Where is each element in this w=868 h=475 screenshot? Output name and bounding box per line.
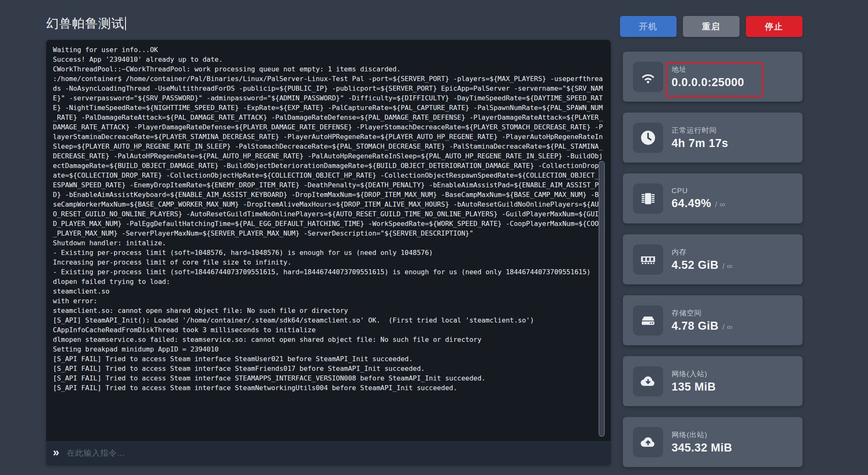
stat-limit: / ∞ [715,200,725,209]
stat-label: 存储空间 [672,308,732,318]
stats-sidebar: 地址 0.0.0.0:25000 正常运行时间 4h 7m 17s CPU [623,52,803,467]
chip-icon [633,184,663,214]
clock-icon [633,123,663,153]
stat-card-address: 地址 0.0.0.0:25000 [623,52,803,102]
stat-value: 135 MiB [672,381,716,394]
stat-limit: / ∞ [722,262,732,271]
cloud-upload-icon [633,427,663,457]
stat-limit: / ∞ [722,323,732,332]
server-panel-page: 幻兽帕鲁测试 开机 重启 停止 Waiting for user info...… [0,0,868,475]
stat-card-uptime: 正常运行时间 4h 7m 17s [623,113,803,163]
stat-value: 4.78 GiB [672,320,719,333]
stat-card-network-out: 网络(出站) 345.32 MiB [623,417,803,467]
console-panel: Waiting for user info...OK Success! App … [46,40,611,465]
console-log-text: Waiting for user info...OK Success! App … [46,40,611,398]
text-cursor [125,17,126,30]
ram-icon [633,244,663,275]
power-actions: 开机 重启 停止 [620,16,803,37]
stat-label: 内存 [672,247,732,257]
command-bar: » [46,441,611,465]
cloud-download-icon [633,366,663,396]
stat-card-cpu: CPU 64.49% / ∞ [623,173,803,223]
stat-value: 4.52 GiB [672,259,719,272]
stat-value: 4h 7m 17s [672,137,728,150]
stop-button[interactable]: 停止 [746,16,803,37]
stat-label: 网络(出站) [672,430,732,440]
disk-icon [633,305,663,336]
restart-button[interactable]: 重启 [683,16,740,37]
stat-card-memory: 内存 4.52 GiB / ∞ [623,234,803,284]
server-name-input[interactable]: 幻兽帕鲁测试 [46,15,126,32]
stat-card-network-in: 网络(入站) 135 MiB [623,356,803,406]
stat-value: 345.32 MiB [672,441,732,454]
stat-value: 64.49% [672,197,711,210]
console-scrollbar-thumb[interactable] [599,161,605,437]
stat-card-storage: 存储空间 4.78 GiB / ∞ [623,295,803,345]
start-button[interactable]: 开机 [620,16,677,37]
wifi-icon [633,62,663,92]
stat-label: CPU [672,187,725,195]
prompt-chevrons-icon: » [53,447,59,458]
stat-label: 地址 [672,65,744,74]
stat-label: 网络(入站) [672,369,716,379]
stat-label: 正常运行时间 [672,126,728,135]
stat-value: 0.0.0.0:25000 [672,76,744,89]
command-input[interactable] [66,448,604,458]
server-name-text: 幻兽帕鲁测试 [46,16,124,30]
console-output[interactable]: Waiting for user info...OK Success! App … [46,40,611,441]
